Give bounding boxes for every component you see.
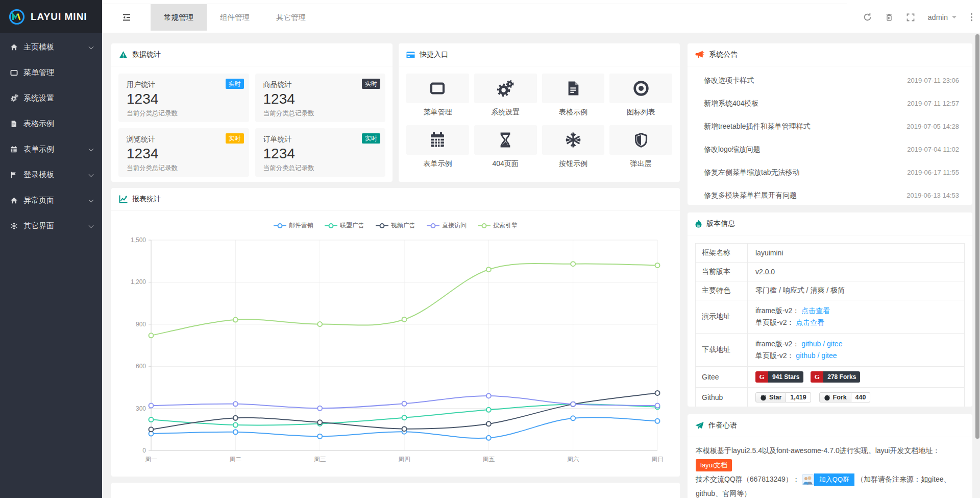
- gitee-forks-badge[interactable]: G 278 Forks: [811, 371, 860, 383]
- notice-item[interactable]: 新增系统404模板 2019-07-11 12:57: [704, 92, 959, 115]
- layui-doc-badge[interactable]: layui文档: [696, 459, 732, 471]
- download-gitee-link[interactable]: gitee: [827, 340, 842, 348]
- sidebar-item-label: 表单示例: [23, 145, 54, 154]
- header-actions: admin: [863, 4, 973, 31]
- octocat-icon: [760, 394, 767, 401]
- tab-general-manage[interactable]: 常规管理: [151, 4, 207, 31]
- sidebar-menu: 主页模板 菜单管理 系统设置 表格示例 表单示例 登录模板 异常页面: [0, 33, 102, 239]
- sidebar-item-label: 异常页面: [23, 196, 54, 205]
- stat-value: 1234: [127, 91, 241, 107]
- github-star-count: 1,419: [786, 392, 811, 402]
- tab-component-manage[interactable]: 组件管理: [207, 4, 263, 31]
- sidebar-item-error-pages[interactable]: 异常页面: [0, 187, 102, 213]
- legend-marker-icon: [274, 223, 286, 229]
- github-fork-badge[interactable]: Fork 440: [819, 392, 871, 402]
- panel-title: 报表统计: [132, 195, 161, 204]
- sidebar-item-login-template[interactable]: 登录模板: [0, 162, 102, 187]
- quick-entry-form[interactable]: 表单示例: [406, 125, 469, 169]
- table-row: 当前版本 v2.0.0: [696, 263, 965, 281]
- quick-entry-table[interactable]: 表格示例: [542, 74, 605, 117]
- notice-item[interactable]: 新增treetable插件和菜单管理样式 2019-07-05 14:28: [704, 115, 959, 138]
- author-panel-header: 作者心语: [688, 414, 972, 437]
- refresh-button[interactable]: [863, 13, 872, 21]
- megaphone-icon: [695, 51, 704, 59]
- gitee-stars-badge[interactable]: G 941 Stars: [755, 371, 803, 383]
- legend-item[interactable]: 联盟广告: [325, 221, 364, 230]
- flag-icon: [10, 171, 23, 179]
- sidebar-item-system-settings[interactable]: 系统设置: [0, 85, 102, 111]
- octocat-icon: [824, 394, 830, 401]
- brand-logo[interactable]: LAYUI MINI: [0, 0, 102, 33]
- home-icon: [10, 43, 23, 51]
- legend-item[interactable]: 直接访问: [427, 221, 467, 230]
- quick-entry-icons[interactable]: 图标列表: [609, 74, 672, 117]
- scrollbar-thumb[interactable]: [975, 34, 979, 439]
- sidebar-item-home-template[interactable]: 主页模板: [0, 34, 102, 60]
- panel-title: 数据统计: [132, 50, 161, 59]
- sidebar-collapse-button[interactable]: [102, 4, 151, 31]
- legend-item[interactable]: 搜索引擎: [478, 221, 518, 230]
- quick-entry-layer[interactable]: 弹出层: [609, 125, 672, 169]
- user-menu[interactable]: admin: [928, 13, 958, 21]
- notice-item[interactable]: 修复多模块菜单栏展开有问题 2019-06-13 14:53: [704, 184, 959, 205]
- sidebar-item-other-ui[interactable]: 其它界面: [0, 213, 102, 239]
- chart-legend: 邮件营销联盟广告视频广告直接访问搜索引擎: [117, 215, 674, 232]
- stat-value: 1234: [263, 146, 378, 162]
- notice-item[interactable]: 修复左侧菜单缩放tab无法移动 2019-06-17 11:55: [704, 161, 959, 184]
- sidebar-item-table-demo[interactable]: 表格示例: [0, 111, 102, 136]
- sidebar-item-form-demo[interactable]: 表单示例: [0, 136, 102, 162]
- svg-text:周一: 周一: [145, 456, 157, 463]
- legend-item[interactable]: 邮件营销: [274, 221, 313, 230]
- download-github-link[interactable]: github: [801, 340, 821, 348]
- notice-time: 2019-07-11 12:57: [907, 100, 959, 107]
- dot-circle-icon: [633, 80, 649, 97]
- quick-entry-settings[interactable]: 系统设置: [474, 74, 537, 117]
- svg-text:900: 900: [136, 321, 146, 328]
- version-panel: 版本信息 框架名称 layuimini 当前版本 v2.0.0 主要特色 零门槛…: [688, 212, 972, 407]
- fullscreen-button[interactable]: [906, 13, 915, 21]
- sidebar-item-menu-manage[interactable]: 菜单管理: [0, 60, 102, 85]
- paper-plane-icon: [695, 421, 704, 430]
- fullscreen-icon: [906, 13, 915, 21]
- gear-icon: [10, 94, 23, 102]
- version-row-label: Github: [696, 388, 748, 407]
- legend-label: 邮件营销: [289, 221, 313, 230]
- qq-avatars-icon: [802, 473, 814, 486]
- svg-text:600: 600: [136, 363, 146, 370]
- github-action-label: Fork: [833, 394, 847, 401]
- github-fork-count: 440: [851, 392, 871, 402]
- notice-item[interactable]: 修改选项卡样式 2019-07-11 23:06: [704, 69, 959, 92]
- chevron-down-icon: [89, 223, 94, 228]
- clear-cache-button[interactable]: [885, 13, 893, 21]
- tab-other-manage[interactable]: 其它管理: [263, 4, 319, 31]
- author-line-1: 本模板基于layui2.5.4以及font-awesome-4.7.0进行实现。…: [696, 443, 964, 458]
- quick-entry-404[interactable]: 404页面: [474, 125, 537, 169]
- gears-icon: [496, 80, 514, 97]
- gitee-logo: G: [811, 371, 823, 383]
- stat-caption: 当前分类总记录数: [127, 109, 241, 118]
- link-separator: /: [816, 351, 822, 360]
- stat-card-orders: 订单统计 1234 当前分类总记录数 实时: [255, 128, 386, 177]
- quick-panel-header: 快捷入口: [399, 43, 680, 66]
- more-menu-button[interactable]: [970, 13, 973, 21]
- svg-text:周日: 周日: [651, 456, 664, 463]
- svg-text:0: 0: [142, 447, 146, 454]
- notice-item[interactable]: 修改logo缩放问题 2019-07-04 11:02: [704, 138, 959, 161]
- file-text-icon: [10, 120, 23, 128]
- demo-line-prefix: iframe版-v2：: [755, 306, 799, 315]
- github-star-badge[interactable]: Star 1,419: [755, 392, 811, 402]
- next-panel-stub: [111, 483, 680, 498]
- legend-marker-icon: [376, 223, 388, 229]
- demo-iframe-link[interactable]: 点击查看: [801, 306, 830, 315]
- legend-item[interactable]: 视频广告: [376, 221, 415, 230]
- download-github-link[interactable]: github: [796, 351, 815, 360]
- chevron-down-icon: [89, 198, 94, 203]
- join-qq-button[interactable]: 加入QQ群: [802, 473, 854, 486]
- quick-entry-button[interactable]: 按钮示例: [542, 125, 605, 169]
- demo-spa-link[interactable]: 点击查看: [796, 318, 824, 326]
- sidebar-item-label: 菜单管理: [23, 68, 54, 78]
- svg-text:周四: 周四: [398, 456, 410, 463]
- quick-entry-menu[interactable]: 菜单管理: [406, 74, 469, 117]
- status-badge: 实时: [226, 133, 244, 144]
- download-gitee-link[interactable]: gitee: [821, 351, 837, 360]
